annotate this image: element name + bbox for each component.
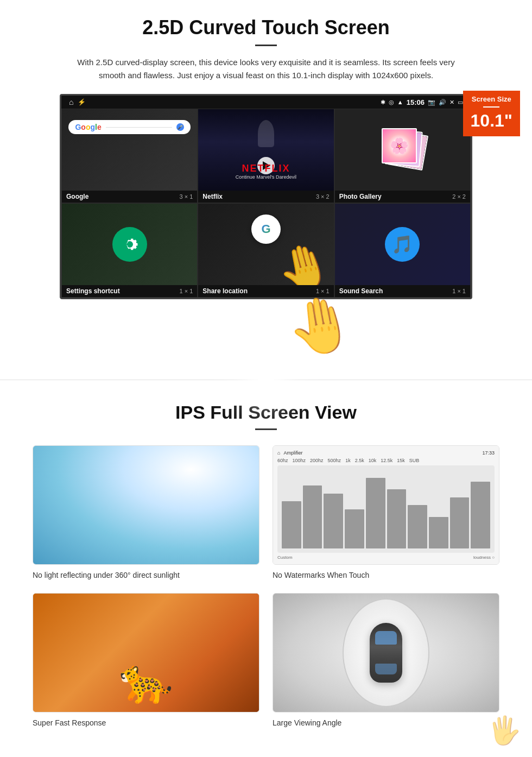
amp-bar-10	[471, 482, 490, 548]
feature-label-cheetah: Super Fast Response	[33, 718, 106, 727]
amp-header: ⌂ Amplifier 17:33	[277, 450, 495, 456]
app-cell-sound[interactable]: 🎵 Sound Search 1 × 1	[334, 203, 471, 298]
section1-title: 2.5D Curved Touch Screen	[33, 16, 499, 39]
title-divider	[255, 45, 277, 46]
netflix-figure: NETFLIX Continue Marvel's Daredevil	[198, 109, 333, 191]
gps-icon: ◎	[389, 99, 394, 106]
screen-size-badge: Screen Size 10.1"	[463, 91, 520, 136]
gear-svg	[120, 235, 140, 254]
amp-title: Amplifier	[283, 450, 302, 456]
mic-icon: 🎤	[176, 123, 184, 131]
feature-img-car	[273, 593, 499, 712]
feature-label-car: Large Viewing Angle	[273, 718, 341, 727]
amp-bar-9	[450, 497, 470, 548]
netflix-logo: NETFLIX Continue Marvel's Daredevil	[236, 163, 296, 180]
amp-bar-7	[408, 505, 427, 548]
car-shape	[370, 623, 402, 683]
feature-label-amplifier: No Watermarks When Touch	[273, 571, 369, 579]
section-curved-screen: 2.5D Curved Touch Screen With 2.5D curve…	[0, 0, 532, 363]
sound-cell-content: 🎵	[335, 204, 470, 285]
google-cell-content: Google 🎤	[62, 109, 197, 191]
app-cell-share[interactable]: G 🤚 Share location 1 × 1	[198, 203, 334, 298]
app-cell-netflix[interactable]: NETFLIX Continue Marvel's Daredevil Netf…	[198, 109, 334, 203]
amp-freq-labels: 60hz100hz200hz500hz1k2.5k10k12.5k15kSUB	[277, 458, 495, 463]
wifi-icon: ▲	[397, 99, 403, 105]
share-bg: G 🤚	[198, 204, 333, 285]
bluetooth-icon: ✱	[381, 99, 385, 106]
netflix-sub: Continue Marvel's Daredevil	[236, 174, 296, 180]
section2-title: IPS Full Screen View	[33, 402, 499, 423]
feature-car: Large Viewing Angle	[273, 593, 499, 728]
car-rear-window	[375, 664, 397, 674]
screen-mockup: Screen Size 10.1" ⌂ ⚡ ✱	[60, 94, 472, 299]
settings-icon-circle	[112, 227, 147, 262]
amp-loudness: loudness ○	[473, 555, 495, 560]
sound-bg: 🎵	[335, 204, 470, 285]
google-size: 3 × 1	[180, 193, 193, 200]
search-bar-line	[106, 127, 172, 128]
feature-img-amplifier: ⌂ Amplifier 17:33 60hz100hz200hz500hz1k2…	[273, 445, 499, 565]
close-icon: ✕	[449, 99, 454, 106]
home-icon: ⌂	[69, 98, 73, 106]
netflix-text: NETFLIX	[236, 163, 296, 174]
status-bar: ⌂ ⚡ ✱ ◎ ▲ 15:06 📷	[61, 96, 471, 109]
car-visual	[273, 594, 499, 712]
flower-image: 🌸	[383, 129, 416, 162]
netflix-size: 3 × 2	[316, 193, 330, 200]
app-cell-settings[interactable]: Settings shortcut 1 × 1	[61, 203, 198, 298]
car-body	[370, 623, 402, 683]
features-grid: No light reflecting under 360° direct su…	[33, 445, 499, 728]
hand-touch-display: 🤚	[281, 288, 359, 363]
amp-time: 17:33	[482, 450, 495, 456]
app-cell-photo[interactable]: 🌸 Photo Gallery 2 × 2	[334, 109, 471, 203]
google-label-row: Google 3 × 1	[62, 191, 197, 203]
amp-bar-2	[303, 485, 322, 548]
netflix-bg: NETFLIX Continue Marvel's Daredevil	[198, 109, 333, 191]
window-icon: ▭	[458, 99, 463, 106]
feature-amplifier: ⌂ Amplifier 17:33 60hz100hz200hz500hz1k2…	[273, 445, 499, 580]
feature-sunlight: No light reflecting under 360° direct su…	[33, 445, 259, 580]
photo-cell-content: 🌸	[335, 109, 470, 191]
feature-img-sunlight	[33, 445, 259, 565]
photo-stack: 🌸	[381, 128, 424, 172]
photo-label-row: Photo Gallery 2 × 2	[335, 191, 470, 203]
amp-bar-5	[366, 478, 385, 549]
google-bg: Google 🎤	[62, 109, 197, 191]
amp-bar-6	[387, 489, 407, 548]
netflix-label: Netflix	[202, 193, 223, 200]
volume-icon: 🔊	[439, 99, 446, 106]
google-search-bar[interactable]: Google 🎤	[68, 120, 190, 134]
usb-icon: ⚡	[78, 98, 86, 106]
cheetah-visual: 🐆	[33, 594, 259, 712]
status-time: 15:06	[407, 98, 425, 106]
amplifier-visual: ⌂ Amplifier 17:33 60hz100hz200hz500hz1k2…	[273, 446, 499, 564]
photo-bg: 🌸	[335, 109, 470, 191]
google-logo: Google	[75, 123, 101, 131]
sunlight-visual	[33, 446, 259, 564]
app-grid-row1: Google 🎤 Google 3 × 1	[61, 109, 471, 203]
amp-footer: Custom loudness ○	[277, 555, 495, 560]
amp-bar-1	[282, 501, 301, 548]
settings-cell-content	[62, 204, 197, 285]
status-bar-right: ✱ ◎ ▲ 15:06 📷 🔊 ✕ ▭	[381, 98, 463, 106]
photo-label: Photo Gallery	[339, 193, 382, 200]
feature-label-sunlight: No light reflecting under 360° direct su…	[33, 571, 180, 579]
app-grid-row2: Settings shortcut 1 × 1 G	[61, 203, 471, 298]
app-cell-google[interactable]: Google 🎤 Google 3 × 1	[61, 109, 198, 203]
amp-bar-8	[429, 517, 448, 548]
screen-outer: ⌂ ⚡ ✱ ◎ ▲ 15:06 📷	[60, 94, 472, 299]
feature-cheetah: 🐆 Super Fast Response	[33, 593, 259, 728]
car-windshield	[375, 631, 397, 645]
sound-icon-circle: 🎵	[385, 227, 420, 262]
feature-img-cheetah: 🐆	[33, 593, 259, 712]
amp-bars: 🖐	[277, 465, 495, 553]
camera-icon: 📷	[428, 99, 435, 106]
section1-description: With 2.5D curved-display screen, this de…	[76, 56, 456, 82]
settings-bg	[62, 204, 197, 285]
amp-home-icon: ⌂	[277, 450, 280, 456]
badge-label: Screen Size	[472, 95, 511, 103]
car-container	[343, 598, 429, 707]
cheetah-emoji: 🐆	[119, 655, 173, 706]
photo-size: 2 × 2	[452, 193, 466, 200]
status-bar-left: ⌂ ⚡	[69, 98, 86, 106]
